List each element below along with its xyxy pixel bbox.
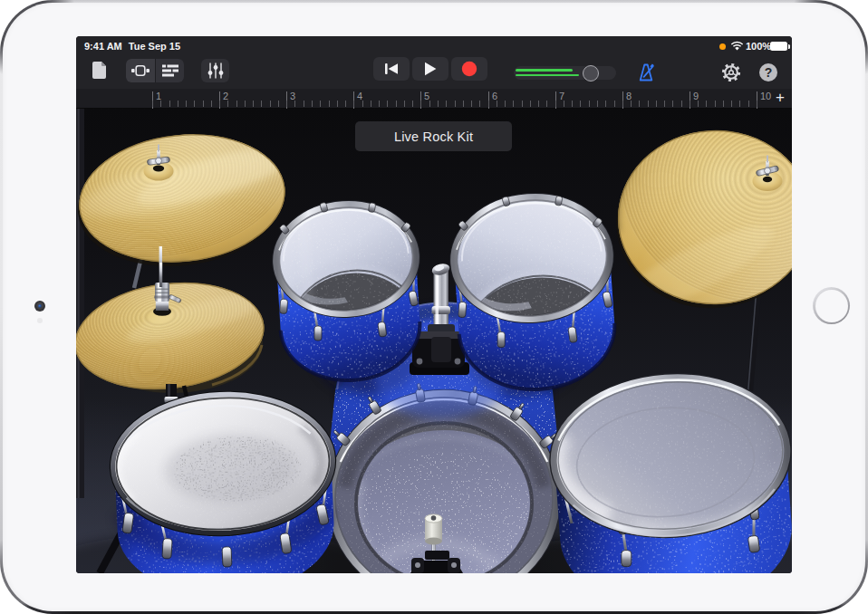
volume-slider-knob[interactable] bbox=[583, 65, 599, 82]
tracks-view-icon bbox=[162, 64, 178, 77]
level-sliders-icon bbox=[207, 62, 224, 79]
light-sensor bbox=[37, 318, 43, 323]
crash-stand-pole bbox=[76, 109, 84, 498]
kit-selector-button[interactable]: Live Rock Kit bbox=[355, 121, 512, 151]
status-bar: 9:41 AMTue Sep 15 100% bbox=[76, 36, 792, 56]
orange-mic-indicator-icon bbox=[719, 43, 726, 50]
battery-percent: 100% bbox=[746, 41, 771, 52]
rewind-button[interactable] bbox=[373, 57, 410, 81]
my-songs-document-icon[interactable] bbox=[92, 61, 107, 80]
ruler-bar-10: 10 bbox=[760, 91, 771, 101]
add-section-button[interactable]: + bbox=[771, 88, 789, 108]
ruler-bar-7: 7 bbox=[559, 91, 564, 101]
ruler-tick-marks bbox=[152, 101, 757, 107]
record-button[interactable] bbox=[451, 57, 487, 81]
help-button[interactable]: ? bbox=[759, 63, 777, 82]
ruler-bar-6: 6 bbox=[492, 91, 497, 101]
track-controls-button[interactable] bbox=[201, 59, 229, 82]
ruler-bar-4: 4 bbox=[357, 91, 362, 101]
snare-drum[interactable] bbox=[108, 388, 342, 573]
status-time: 9:41 AM bbox=[84, 41, 122, 52]
front-camera bbox=[34, 301, 45, 312]
meter-bar-left bbox=[516, 69, 573, 72]
ruler-bar-8: 8 bbox=[626, 91, 632, 101]
ruler-bar-5: 5 bbox=[424, 91, 429, 101]
master-volume-slider[interactable] bbox=[514, 66, 616, 80]
meter-bar-right bbox=[516, 74, 579, 77]
ipad-frame: 9:41 AMTue Sep 15 100% bbox=[0, 0, 868, 614]
play-icon bbox=[424, 62, 437, 76]
ruler-bar-1: 1 bbox=[156, 91, 161, 101]
play-button[interactable] bbox=[412, 57, 448, 81]
tracks-view-button[interactable] bbox=[156, 59, 184, 82]
drums-canvas: Live Rock Kit bbox=[76, 109, 792, 573]
garageband-screen: 9:41 AMTue Sep 15 100% bbox=[76, 36, 792, 573]
view-segmented-control bbox=[126, 59, 184, 82]
settings-gear-icon[interactable] bbox=[719, 61, 743, 84]
instrument-view-icon bbox=[130, 65, 150, 76]
toolbar: ? bbox=[76, 56, 792, 89]
screenshot-root: 9:41 AMTue Sep 15 100% bbox=[0, 0, 868, 614]
status-date: Tue Sep 15 bbox=[129, 41, 180, 52]
ruler-bar-2: 2 bbox=[223, 91, 228, 101]
ruler-bar-3: 3 bbox=[290, 91, 295, 101]
metronome-button[interactable] bbox=[635, 62, 657, 83]
battery-icon bbox=[770, 42, 787, 51]
bar-ruler[interactable]: 1 2 3 4 5 6 7 8 9 10 + bbox=[76, 89, 792, 109]
wifi-icon bbox=[730, 41, 745, 52]
help-label: ? bbox=[765, 65, 773, 80]
status-time-date: 9:41 AMTue Sep 15 bbox=[84, 41, 180, 52]
ruler-bar-9: 9 bbox=[693, 91, 699, 101]
instrument-view-button[interactable] bbox=[126, 59, 155, 82]
record-icon bbox=[461, 61, 477, 77]
go-to-beginning-icon bbox=[384, 62, 399, 75]
floor-tom[interactable] bbox=[545, 366, 792, 573]
drum-kit bbox=[76, 109, 792, 573]
home-button[interactable] bbox=[813, 287, 850, 324]
